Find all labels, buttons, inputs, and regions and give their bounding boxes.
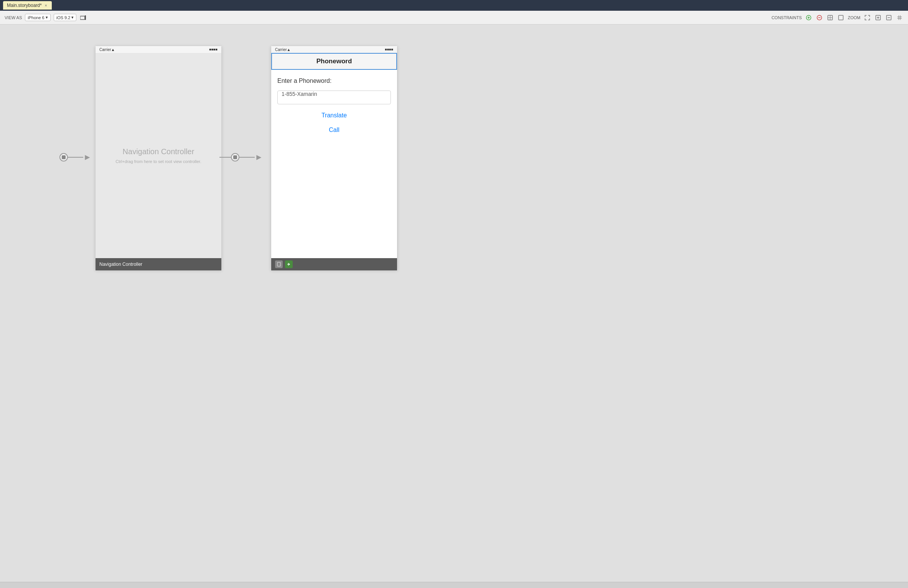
connector-mid-arrow-icon: ► <box>255 153 263 161</box>
device-selector[interactable]: iPhone 6 ▾ <box>25 14 50 21</box>
phoneword-wifi-icon: ▲ <box>287 48 291 52</box>
connector-pre-line <box>219 157 231 158</box>
phoneword-nav-title: Phoneword <box>316 58 352 65</box>
phoneword-carrier-label: Carrier <box>275 48 287 52</box>
toolbar-right: CONSTRAINTS ZOOM <box>771 14 903 21</box>
grid-icon[interactable] <box>896 14 903 21</box>
phoneword-status-bar: Carrier ▲ ■■■■ <box>271 46 397 53</box>
phoneword-exit-icon <box>285 260 293 268</box>
toolbar: VIEW AS iPhone 6 ▾ iOS 9.2 ▾ CONSTRAINTS <box>0 11 908 25</box>
phoneword-input-value: 1-855-Xamarin <box>282 91 317 97</box>
connector-source-circle <box>59 153 68 161</box>
call-button[interactable]: Call <box>277 127 391 133</box>
nav-wifi-icon: ▲ <box>111 48 115 52</box>
connector-mid-inner <box>233 155 237 159</box>
device-chevron-icon: ▾ <box>46 15 48 20</box>
resize-icon[interactable] <box>837 14 845 21</box>
ios-chevron-icon: ▾ <box>71 15 74 20</box>
svg-rect-20 <box>277 262 280 266</box>
main-storyboard-tab[interactable]: Main.storyboard* × <box>3 1 52 10</box>
nav-placeholder-title: Navigation Controller <box>123 147 194 156</box>
constraints-add-icon[interactable] <box>805 14 812 21</box>
nav-battery-icon: ■■■■ <box>209 48 218 51</box>
connector-mid-line <box>239 157 255 158</box>
zoom-fit-icon[interactable] <box>864 14 871 21</box>
phoneword-nav-bar: Phoneword <box>271 53 397 70</box>
phoneword-enter-label: Enter a Phoneword: <box>277 77 391 84</box>
phoneword-content: Enter a Phoneword: 1-855-Xamarin Transla… <box>271 70 397 258</box>
nav-placeholder-subtitle: Ctrl+drag from here to set root view con… <box>115 159 201 164</box>
phoneword-frame: Carrier ▲ ■■■■ Phoneword Enter a Phonewo… <box>271 46 397 270</box>
layout-icon[interactable] <box>826 14 834 21</box>
storyboard-canvas[interactable]: Carrier ▲ ■■■■ Navigation Controller Ctr… <box>0 25 908 582</box>
ios-label: iOS 9.2 <box>56 15 71 20</box>
zoom-label: ZOOM <box>848 15 860 20</box>
device-label: iPhone 6 <box>28 15 44 20</box>
connector-left: ► <box>59 153 96 161</box>
nav-bottom-label: Navigation Controller <box>99 262 142 267</box>
connector-line <box>68 157 83 158</box>
title-bar: Main.storyboard* × <box>0 0 908 11</box>
tab-label: Main.storyboard* <box>7 3 42 8</box>
connector-middle: ► <box>219 153 273 161</box>
ios-selector[interactable]: iOS 9.2 ▾ <box>54 14 77 21</box>
view-as-label: VIEW AS <box>5 15 22 20</box>
phoneword-bottom-bar <box>271 258 397 270</box>
horizontal-scrollbar[interactable] <box>0 582 908 588</box>
tab-close-button[interactable]: × <box>44 3 48 7</box>
translate-button[interactable]: Translate <box>277 112 391 119</box>
zoom-in-icon[interactable] <box>874 14 882 21</box>
nav-carrier-label: Carrier <box>99 48 111 52</box>
nav-bottom-bar: Navigation Controller <box>96 258 221 270</box>
phoneword-battery-icon: ■■■■ <box>385 48 393 51</box>
svg-rect-0 <box>80 16 85 20</box>
constraints-remove-icon[interactable] <box>816 14 823 21</box>
connector-inner-square <box>62 155 66 159</box>
svg-rect-1 <box>85 15 86 20</box>
zoom-out-icon[interactable] <box>885 14 893 21</box>
connector-arrow-icon: ► <box>83 153 92 161</box>
nav-placeholder-content: Navigation Controller Ctrl+drag from her… <box>96 53 221 258</box>
phoneword-input[interactable]: 1-855-Xamarin <box>277 91 391 104</box>
device-orientation-icon[interactable] <box>79 14 87 21</box>
connector-mid-circle <box>231 153 239 161</box>
nav-status-bar: Carrier ▲ ■■■■ <box>96 46 221 53</box>
svg-rect-10 <box>839 15 843 20</box>
constraints-label: CONSTRAINTS <box>771 15 802 20</box>
phoneword-device-icon <box>275 260 283 268</box>
navigation-controller-frame: Carrier ▲ ■■■■ Navigation Controller Ctr… <box>95 46 222 270</box>
